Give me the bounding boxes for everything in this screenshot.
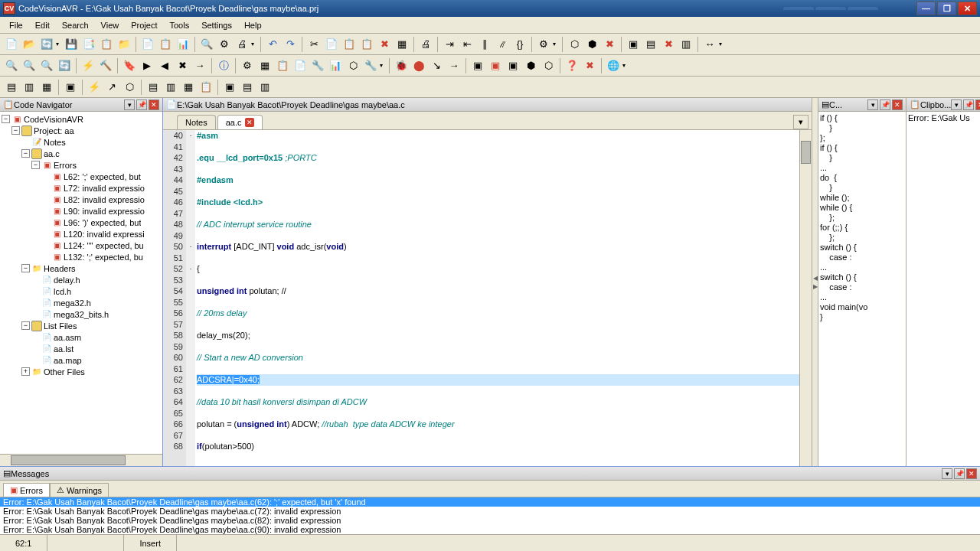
tool-icon[interactable]: ⬡ [540, 57, 557, 74]
snippets-list[interactable]: if () { } };if () { } ...do { } while ()… [818, 112, 906, 466]
save-all-icon[interactable]: 📑 [80, 36, 97, 53]
menu-project[interactable]: Project [125, 18, 163, 32]
tree-error-item[interactable]: L72: invalid expressio [64, 184, 145, 193]
tree-listfile-item[interactable]: aa.asm [54, 333, 81, 342]
menu-search[interactable]: Search [56, 18, 95, 32]
menu-file[interactable]: File [3, 18, 29, 32]
panel-pin-icon[interactable]: 📌 [880, 99, 890, 110]
tree-headers[interactable]: Headers [44, 264, 76, 273]
snippet-item[interactable]: switch () { case : ... [820, 272, 904, 302]
snippet-item[interactable]: switch () { case : ... [820, 243, 904, 272]
panel-close-icon[interactable]: ✕ [975, 99, 980, 110]
project-open-icon[interactable]: 📁 [116, 36, 132, 53]
scrollbar-thumb[interactable] [11, 455, 126, 465]
panel-pin-icon[interactable]: 📌 [963, 99, 974, 110]
tool-icon[interactable]: ✖ [660, 36, 677, 53]
tab-dropdown-icon[interactable]: ▾ [793, 115, 808, 129]
panel-pin-icon[interactable]: 📌 [954, 468, 965, 479]
select-all-icon[interactable]: ▦ [394, 36, 410, 53]
menu-help[interactable]: Help [238, 18, 268, 32]
tool-icon[interactable]: ⬢ [583, 36, 600, 53]
splitter[interactable]: ◀ ▶ [812, 98, 818, 466]
tool-icon[interactable]: 📋 [274, 57, 291, 74]
bookmark-icon[interactable]: 🔖 [121, 57, 138, 74]
tool-icon[interactable]: ⬡ [345, 57, 361, 74]
snippet-item[interactable]: if () { } }; [820, 113, 904, 143]
find-icon[interactable]: 🔍 [3, 57, 20, 74]
dropdown-icon[interactable]: ▾ [56, 41, 62, 47]
tree-listfile-item[interactable]: aa.map [54, 356, 82, 365]
aero-tab[interactable] [783, 7, 814, 10]
project-new-icon[interactable]: 📋 [98, 36, 115, 53]
panel-close-icon[interactable]: ✕ [892, 99, 903, 110]
tree-error-item[interactable]: L96: ')' expected, but [64, 218, 141, 227]
print-setup-icon[interactable]: ⚙ [216, 36, 233, 53]
tool-icon[interactable]: 📄 [292, 57, 309, 74]
view-icon[interactable]: ▣ [62, 79, 79, 96]
delete-icon[interactable]: ✖ [376, 36, 393, 53]
copy-icon[interactable]: 📄 [139, 36, 156, 53]
view-icon[interactable]: ▥ [162, 79, 179, 96]
step-over-icon[interactable]: → [446, 57, 462, 74]
snippet-item[interactable]: void main(vo } [820, 302, 904, 322]
view-icon[interactable]: ▥ [21, 79, 38, 96]
outdent-icon[interactable]: ⇤ [459, 36, 475, 53]
tree-root[interactable]: CodeVisionAVR [24, 115, 83, 124]
view-icon[interactable]: ▦ [180, 79, 197, 96]
build-icon[interactable]: 🔨 [97, 57, 114, 74]
view-icon[interactable]: ▣ [221, 79, 238, 96]
tree-listfiles[interactable]: List Files [44, 321, 77, 331]
chip-program-icon[interactable]: ▣ [505, 57, 521, 74]
tab-file[interactable]: aa.c✕ [217, 115, 263, 129]
maximize-button[interactable]: ❐ [937, 2, 956, 15]
indent-icon[interactable]: ⇥ [441, 36, 458, 53]
compile-icon[interactable]: ⚡ [80, 57, 96, 74]
view-icon[interactable]: ⬡ [121, 79, 138, 96]
view-icon[interactable]: 📋 [198, 79, 214, 96]
view-icon[interactable]: ▤ [145, 79, 162, 96]
tree-collapse-icon[interactable]: − [2, 115, 10, 123]
tree-error-item[interactable]: L82: invalid expressio [64, 195, 145, 204]
copy-icon[interactable]: 📄 [323, 36, 340, 53]
tree-notes[interactable]: Notes [44, 138, 66, 147]
bookmark-clear-icon[interactable]: ✖ [174, 57, 191, 74]
panel-pin-icon[interactable]: 📌 [136, 99, 147, 110]
view-icon[interactable]: ⚡ [86, 79, 103, 96]
tree-collapse-icon[interactable]: − [31, 161, 40, 169]
nav-hscroll[interactable] [0, 454, 162, 466]
editor-vscroll[interactable] [799, 130, 812, 466]
message-item[interactable]: Error: E:\Gak Usah Banyak Bacot\Proyek D… [0, 516, 980, 525]
help-icon[interactable]: ❓ [564, 57, 580, 74]
tree-header-item[interactable]: lcd.h [54, 287, 71, 296]
debug-icon[interactable]: 🐞 [393, 57, 410, 74]
panel-close-icon[interactable]: ✕ [966, 468, 977, 479]
snippet-item[interactable]: while () { }; [820, 203, 904, 223]
step-icon[interactable]: ↘ [428, 57, 445, 74]
tree-listfile-item[interactable]: aa.lst [54, 344, 74, 354]
menu-settings[interactable]: Settings [195, 18, 238, 32]
tool-icon[interactable]: 🔧 [309, 57, 326, 74]
config-icon[interactable]: ⚙ [239, 57, 256, 74]
dropdown-icon[interactable]: ▾ [251, 41, 257, 47]
tree-error-item[interactable]: L120: invalid expressi [64, 230, 145, 239]
dropdown-icon[interactable]: ▾ [553, 41, 559, 47]
comment-icon[interactable]: ∥ [476, 36, 493, 53]
tree-expand-icon[interactable]: + [21, 367, 30, 376]
aero-tab[interactable] [848, 7, 878, 10]
paste-icon[interactable]: 📋 [157, 36, 174, 53]
tree-collapse-icon[interactable]: − [21, 264, 30, 272]
code-editor[interactable]: #asm.equ __lcd_port=0x15 ;PORTC#endasm#i… [195, 130, 799, 466]
fuses-icon[interactable]: ▦ [256, 57, 273, 74]
new-file-icon[interactable]: 📄 [3, 36, 20, 53]
open-file-icon[interactable]: 📂 [21, 36, 38, 53]
dropdown-icon[interactable]: ▾ [380, 62, 386, 69]
tree-errors[interactable]: Errors [54, 161, 77, 170]
panel-dropdown-icon[interactable]: ▾ [942, 468, 952, 479]
redo-icon[interactable]: ↷ [282, 36, 299, 53]
dropdown-icon[interactable]: ▾ [622, 62, 629, 69]
tree-error-item[interactable]: L62: ';' expected, but [64, 172, 141, 181]
print-icon[interactable]: 🖨 [234, 36, 250, 53]
tree-error-item[interactable]: L132: ';' expected, bu [64, 253, 143, 262]
tool-icon[interactable]: 🔧 [362, 57, 379, 74]
chip-icon[interactable]: ▣ [469, 57, 486, 74]
